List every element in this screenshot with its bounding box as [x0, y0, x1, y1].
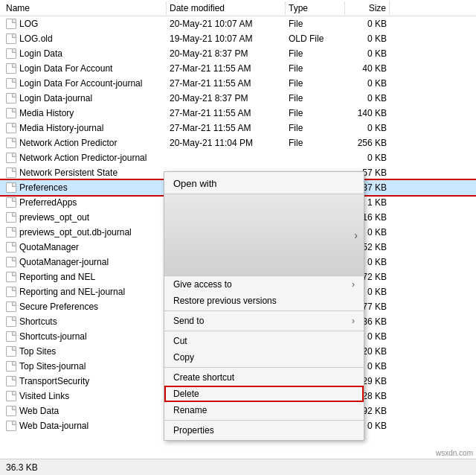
file-name-cell: Web Data: [3, 406, 167, 416]
file-type: File: [286, 123, 345, 133]
menu-item-arrow: ›: [352, 316, 355, 326]
menu-item-give-access[interactable]: Give access to›: [164, 276, 364, 293]
file-name: Login Data: [19, 48, 62, 59]
file-icon: [6, 391, 16, 401]
menu-separator: [164, 367, 364, 368]
file-icon: [6, 361, 16, 372]
menu-item-rename[interactable]: Rename: [164, 402, 364, 418]
menu-item-label: Cut: [173, 336, 355, 346]
file-name: previews_opt_out: [19, 212, 89, 223]
menu-item-label: Delete: [173, 389, 355, 399]
table-row[interactable]: Login Data For Account27-Mar-21 11:55 AM…: [0, 61, 476, 76]
table-row[interactable]: LOG20-May-21 10:07 AMFile0 KB: [0, 16, 476, 31]
table-row[interactable]: Network Action Predictor-journal0 KB: [0, 150, 476, 165]
menu-item-cut[interactable]: Cut: [164, 333, 364, 349]
col-header-name[interactable]: Name: [3, 1, 167, 15]
file-name: Network Action Predictor-journal: [19, 153, 147, 163]
file-name-cell: QuotaManager: [3, 242, 167, 252]
file-icon: [6, 376, 16, 386]
table-row[interactable]: Media History27-Mar-21 11:55 AMFile140 K…: [0, 106, 476, 121]
file-name-cell: Media History: [3, 108, 167, 118]
col-header-size[interactable]: Size: [345, 1, 390, 15]
table-row[interactable]: Login Data20-May-21 8:37 PMFile0 KB: [0, 46, 476, 61]
file-name-cell: previews_opt_out.db-journal: [3, 227, 167, 238]
menu-item-restore-prev[interactable]: Restore previous versions: [164, 293, 364, 309]
menu-item-label: Copy: [173, 352, 355, 363]
submenu-arrow: ›: [354, 229, 358, 241]
file-name: LOG.old: [19, 34, 53, 44]
file-icon: [6, 331, 16, 342]
file-name-cell: Network Persistent State: [3, 168, 167, 178]
table-row[interactable]: Media History-journal27-Mar-21 11:55 AMF…: [0, 121, 476, 136]
file-type: File: [286, 48, 345, 59]
file-name-cell: QuotaManager-journal: [3, 257, 167, 267]
file-icon: [6, 108, 16, 118]
file-icon: [6, 257, 16, 267]
file-size: 0 KB: [345, 78, 390, 89]
menu-item-create-shortcut[interactable]: Create shortcut: [164, 369, 364, 386]
file-name: Media History-journal: [19, 123, 103, 133]
menu-item-properties[interactable]: Properties: [164, 422, 364, 439]
file-icon: [6, 34, 16, 44]
column-headers: Name Date modified Type Size: [0, 0, 476, 16]
file-date: 20-May-21 11:04 PM: [167, 138, 286, 148]
table-row[interactable]: LOG.old19-May-21 10:07 AMOLD File0 KB: [0, 31, 476, 46]
file-name-cell: Login Data For Account-journal: [3, 78, 167, 89]
file-icon: [6, 182, 16, 193]
file-icon: [6, 63, 16, 74]
menu-item-label: Rename: [173, 405, 355, 415]
file-size: 0 KB: [345, 153, 390, 163]
file-size: 40 KB: [345, 63, 390, 74]
file-date: 27-Mar-21 11:55 AM: [167, 78, 286, 89]
file-name: Network Action Predictor: [19, 138, 117, 148]
context-menu-header: Open with: [164, 173, 364, 194]
menu-separator: [164, 310, 364, 311]
file-name: Top Sites-journal: [19, 361, 86, 372]
menu-item-label: Create shortcut: [173, 372, 355, 383]
file-name-cell: Login Data-journal: [3, 93, 167, 103]
file-name-cell: Reporting and NEL: [3, 272, 167, 282]
file-icon: [6, 197, 16, 208]
file-name-cell: Top Sites-journal: [3, 361, 167, 372]
file-icon: [6, 19, 16, 29]
file-name-cell: Network Action Predictor-journal: [3, 153, 167, 163]
file-icon: [6, 168, 16, 178]
col-header-date[interactable]: Date modified: [167, 1, 286, 15]
file-name-cell: Media History-journal: [3, 123, 167, 133]
file-type: File: [286, 138, 345, 148]
context-menu: Open with › Give access to›Restore previ…: [164, 171, 364, 441]
file-date: 27-Mar-21 11:55 AM: [167, 123, 286, 133]
file-date: 27-Mar-21 11:55 AM: [167, 63, 286, 74]
file-name: Secure Preferences: [19, 302, 98, 312]
file-name: Preferences: [19, 182, 68, 193]
file-size: 0 KB: [345, 48, 390, 59]
file-name-cell: LOG: [3, 19, 167, 29]
file-icon: [6, 138, 16, 148]
file-icon: [6, 78, 16, 89]
file-icon: [6, 153, 16, 163]
file-date: 19-May-21 10:07 AM: [167, 34, 286, 44]
menu-item-label: Restore previous versions: [173, 296, 355, 306]
col-header-type[interactable]: Type: [286, 1, 345, 15]
file-name-cell: LOG.old: [3, 34, 167, 44]
file-name: QuotaManager: [19, 242, 79, 252]
file-name-cell: Visited Links: [3, 391, 167, 401]
file-type: File: [286, 108, 345, 118]
table-row[interactable]: Network Action Predictor20-May-21 11:04 …: [0, 136, 476, 150]
file-icon: [6, 123, 16, 133]
table-row[interactable]: Login Data-journal20-May-21 8:37 PMFile0…: [0, 91, 476, 106]
table-row[interactable]: Login Data For Account-journal27-Mar-21 …: [0, 76, 476, 91]
file-name-cell: Top Sites: [3, 346, 167, 357]
menu-item-label: Properties: [173, 425, 355, 436]
file-name-cell: Reporting and NEL-journal: [3, 287, 167, 297]
file-explorer: Name Date modified Type Size LOG20-May-2…: [0, 0, 476, 475]
file-name: TransportSecurity: [19, 376, 89, 386]
file-icon: [6, 48, 16, 59]
file-size: 0 KB: [345, 93, 390, 103]
file-name-cell: Login Data: [3, 48, 167, 59]
menu-item-copy[interactable]: Copy: [164, 349, 364, 366]
menu-item-delete[interactable]: Delete: [164, 386, 364, 402]
menu-item-send-to[interactable]: Send to›: [164, 313, 364, 329]
file-name-cell: Preferences: [3, 182, 167, 193]
file-name: Shortcuts-journal: [19, 331, 87, 342]
